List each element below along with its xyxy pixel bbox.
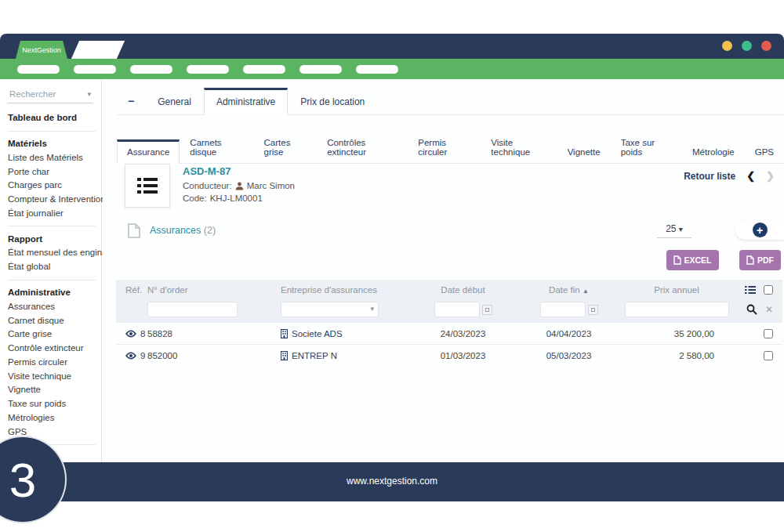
- row-checkbox[interactable]: [764, 351, 773, 360]
- pdf-export-button[interactable]: PDF: [739, 250, 781, 270]
- sidebar-item-porte-char[interactable]: Porte char: [8, 165, 95, 179]
- sidebar-heading-materiels: Matériels: [8, 137, 95, 151]
- col-prix-annuel[interactable]: Prix annuel: [622, 285, 731, 295]
- sidebar-item-etat-journalier[interactable]: État journalier: [8, 207, 95, 221]
- sidebar-item-assurances[interactable]: Assurances: [8, 300, 95, 314]
- nav-pill[interactable]: [17, 65, 60, 74]
- collapse-minus-icon[interactable]: −: [117, 95, 145, 114]
- sidebar-item-liste-des-materiels[interactable]: Liste des Matériels: [8, 151, 95, 165]
- excel-export-button[interactable]: EXCEL: [666, 250, 719, 270]
- close-dot[interactable]: [761, 41, 771, 51]
- sidebar-item-tableau-de-bord[interactable]: Tableau de bord: [8, 111, 95, 125]
- window-controls: [722, 41, 771, 51]
- nav-pill[interactable]: [243, 65, 285, 74]
- add-button[interactable]: +: [753, 223, 768, 237]
- column-list-icon[interactable]: [745, 285, 756, 295]
- tab-general[interactable]: General: [145, 88, 204, 115]
- nav-pill[interactable]: [299, 65, 342, 74]
- eye-icon[interactable]: [125, 330, 136, 338]
- chevron-down-icon: ▾: [370, 305, 374, 313]
- sidebar-item-controle-extincteur[interactable]: Contrôle extincteur: [8, 342, 95, 356]
- sidebar-item-permis-circuler[interactable]: Permis circuler: [8, 356, 95, 370]
- brand-tab[interactable]: NextGestion: [16, 41, 67, 59]
- retour-liste-link[interactable]: Retour liste: [684, 171, 735, 182]
- nav-pill[interactable]: [187, 65, 229, 74]
- chevron-down-icon: ▾: [679, 225, 683, 233]
- subtab-assurance[interactable]: Assurance: [117, 139, 180, 164]
- sidebar-item-metrologies[interactable]: Métrologies: [8, 411, 95, 425]
- minimize-dot[interactable]: [722, 41, 732, 51]
- sidebar-item-vignette[interactable]: Vignette: [8, 383, 95, 397]
- filter-company-select[interactable]: ▾: [281, 302, 379, 317]
- maximize-dot[interactable]: [742, 41, 752, 51]
- filter-price-input[interactable]: [625, 302, 729, 317]
- table-row[interactable]: 9 852000 ENTREP N 01/03/2023 05/03/2023 …: [116, 344, 782, 366]
- subtab-cartes-grise[interactable]: Cartes grise: [254, 130, 318, 164]
- subtab-metrologie[interactable]: Métrologie: [682, 139, 745, 164]
- company-link[interactable]: ENTREP N: [292, 351, 337, 360]
- row-checkbox[interactable]: [764, 329, 773, 338]
- tab-prix-de-location[interactable]: Prix de location: [288, 88, 377, 115]
- col-date-fin[interactable]: Date fin ▲: [516, 285, 622, 295]
- driver-name: Marc Simon: [247, 181, 295, 190]
- filter-date-fin-input[interactable]: [540, 302, 586, 317]
- vehicle-code-title: ASD-M-87: [183, 165, 295, 177]
- tab-administrative[interactable]: Administrative: [204, 88, 288, 115]
- close-icon[interactable]: ✕: [765, 304, 773, 315]
- sidebar-item-taxe-sur-poids[interactable]: Taxe sur poids: [8, 397, 95, 411]
- export-toolbar: EXCEL PDF: [666, 250, 784, 270]
- sidebar-item-etat-global[interactable]: État global: [8, 260, 95, 274]
- vehicle-list-thumbnail[interactable]: [125, 164, 170, 208]
- subtab-permis-circuler[interactable]: Permis circuler: [408, 130, 481, 164]
- sidebar-item-carte-grise[interactable]: Carte grise: [8, 328, 95, 342]
- price-value: 2 580,00: [622, 351, 731, 360]
- sort-asc-icon: ▲: [583, 288, 589, 295]
- subtab-carnets-disque[interactable]: Carnets disque: [180, 130, 253, 164]
- list-title[interactable]: Assurances (2): [150, 225, 216, 236]
- sidebar-item-charges-parc[interactable]: Charges parc: [8, 179, 95, 193]
- sidebar-item-compteur-interventions[interactable]: Compteur & Interventions: [8, 193, 95, 207]
- nav-pill[interactable]: [356, 65, 398, 74]
- sidebar-search[interactable]: ▾: [8, 87, 93, 103]
- filter-date-debut-input[interactable]: [434, 302, 480, 317]
- search-input[interactable]: [9, 89, 78, 99]
- vehicle-code-value: KHJ-LM0001: [210, 194, 263, 203]
- col-ref[interactable]: Réf.: [116, 285, 147, 295]
- excel-file-icon: [673, 255, 681, 265]
- sidebar-item-etat-mensuel-des-engins[interactable]: État mensuel des engins: [8, 246, 95, 260]
- sidebar-item-carnet-disque[interactable]: Carnet disque: [8, 313, 95, 328]
- subtab-visite-technique[interactable]: Visite technique: [481, 130, 557, 164]
- building-icon: [281, 329, 288, 338]
- filter-order-input[interactable]: [147, 302, 238, 317]
- date-fin-value: 04/04/2023: [516, 329, 622, 338]
- sidebar-item-visite-technique[interactable]: Visite technique: [8, 370, 95, 384]
- subtab-vignette[interactable]: Vignette: [557, 139, 611, 164]
- col-order[interactable]: N° d'order: [147, 285, 281, 295]
- secondary-tabs: Assurance Carnets disque Cartes grise Co…: [117, 129, 784, 164]
- vehicle-code-label: Code:: [183, 194, 207, 203]
- nav-pill[interactable]: [130, 65, 172, 74]
- divider: [8, 226, 96, 226]
- list-icon: [136, 176, 158, 195]
- select-all-checkbox[interactable]: [764, 285, 773, 295]
- col-company[interactable]: Entreprise d'assurances: [281, 285, 410, 295]
- filter-row: ▾: [116, 300, 782, 322]
- subtab-gps[interactable]: GPS: [745, 139, 784, 164]
- chevron-left-icon[interactable]: ❮: [746, 170, 755, 182]
- secondary-tab[interactable]: [71, 41, 125, 59]
- list-title-text: Assurances: [150, 225, 201, 236]
- subtab-taxe-sur-poids[interactable]: Taxe sur poids: [611, 130, 682, 164]
- subtab-controles-extincteur[interactable]: Contrôles extincteur: [317, 130, 408, 164]
- company-link[interactable]: Societe ADS: [292, 329, 343, 338]
- calendar-icon[interactable]: [588, 305, 598, 315]
- page-size-select[interactable]: 25 ▾: [657, 223, 691, 238]
- search-icon[interactable]: [746, 304, 757, 315]
- nav-pill[interactable]: [74, 65, 116, 74]
- eye-icon[interactable]: [125, 352, 136, 360]
- date-debut-value: 01/03/2023: [410, 351, 516, 360]
- table-row[interactable]: 8 58828 Societe ADS 24/03/2023 04/04/202…: [116, 322, 782, 344]
- calendar-icon[interactable]: [482, 305, 492, 315]
- col-date-debut[interactable]: Date début: [410, 285, 516, 295]
- divider: [8, 280, 96, 280]
- chevron-right-icon[interactable]: ❯: [766, 170, 775, 182]
